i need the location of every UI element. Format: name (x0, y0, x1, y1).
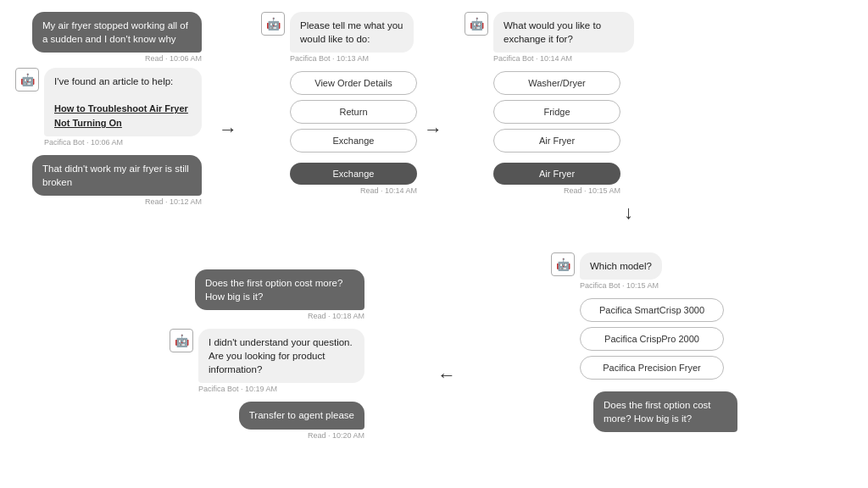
bot-bubble-3: What would you like to exchange it for? (493, 12, 634, 53)
article-link[interactable]: How to Troubleshoot Air Fryer Not Turnin… (54, 103, 188, 127)
bot-msg-1-wrap: I've found an article to help: How to Tr… (44, 68, 202, 147)
user-bubble-1: My air fryer stopped working all of a su… (32, 12, 202, 53)
option-smartcrisp[interactable]: Pacifica SmartCrisp 3000 (580, 298, 724, 322)
bot-sender-1: Pacifica Bot · 10:06 AM (44, 138, 202, 147)
user-msg-1-time: Read · 10:06 AM (145, 54, 202, 63)
arrow-left: ← (437, 364, 456, 386)
bot-row-2: 🤖 Please tell me what you would like to … (261, 12, 414, 63)
col3: 🤖 What would you like to exchange it for… (465, 12, 634, 195)
bot-bubble-2: Please tell me what you would like to do… (290, 12, 414, 53)
user-msg-2-time: Read · 10:12 AM (145, 197, 202, 206)
selected-col3-wrap: Air Fryer Read · 10:15 AM (493, 163, 634, 195)
options-col3: Washer/Dryer Fridge Air Fryer (493, 71, 634, 152)
option-crisppro[interactable]: Pacifica CrispPro 2000 (580, 327, 724, 351)
bot-msg-3-wrap: What would you like to exchange it for? … (493, 12, 634, 63)
bot-row-bottom: 🤖 I didn't understand your question. Are… (170, 329, 364, 393)
user-bottom-bubble-1: Does the first option cost more? How big… (195, 269, 364, 310)
bot-msg-4-wrap: Which model? Pacifica Bot · 10:15 AM (580, 252, 662, 290)
user-bottom-msg1-wrap: Does the first option cost more? How big… (170, 269, 364, 320)
col2: 🤖 Please tell me what you would like to … (261, 12, 414, 195)
options-col4: Pacifica SmartCrisp 3000 Pacifica CrispP… (580, 298, 737, 380)
user-bubble-4: Does the first option cost more? How big… (593, 391, 737, 432)
bot-msg-bottom-wrap: I didn't understand your question. Are y… (198, 329, 364, 393)
bot-avatar-bottom: 🤖 (170, 329, 193, 352)
bot-icon-4: 🤖 (556, 258, 570, 271)
option-washer-dryer[interactable]: Washer/Dryer (493, 71, 620, 95)
bot-sender-4: Pacifica Bot · 10:15 AM (580, 281, 662, 290)
bot-msg-2-wrap: Please tell me what you would like to do… (290, 12, 414, 63)
selected-col2-wrap: Exchange Read · 10:14 AM (290, 163, 414, 195)
bot-bubble-4: Which model? (580, 252, 662, 280)
option-exchange[interactable]: Exchange (290, 129, 417, 152)
bot-avatar-4: 🤖 (551, 252, 575, 276)
option-precision-fryer[interactable]: Pacifica Precision Fryer (580, 356, 724, 380)
bot-sender-bottom: Pacifica Bot · 10:19 AM (198, 385, 364, 393)
bot-sender-2: Pacifica Bot · 10:13 AM (290, 54, 414, 63)
bot-bubble-1: I've found an article to help: How to Tr… (44, 68, 202, 136)
bot-row-1: 🤖 I've found an article to help: How to … (15, 68, 202, 147)
transfer-time: Read · 10:20 AM (308, 431, 364, 440)
col4-top: 🤖 Which model? Pacifica Bot · 10:15 AM P… (551, 252, 737, 432)
option-return[interactable]: Return (290, 100, 417, 124)
user-msg-2-wrap: That didn't work my air fryer is still b… (15, 155, 202, 206)
bot-avatar-2: 🤖 (261, 12, 285, 36)
arrow-right-1: → (219, 119, 237, 141)
bot-row-3: 🤖 What would you like to exchange it for… (465, 12, 634, 63)
option-view-order[interactable]: View Order Details (290, 71, 417, 95)
col-bottom: Does the first option cost more? How big… (170, 269, 364, 440)
option-fridge[interactable]: Fridge (493, 100, 620, 124)
col1: My air fryer stopped working all of a su… (15, 12, 202, 206)
bot-icon-bottom: 🤖 (175, 334, 189, 347)
canvas: My air fryer stopped working all of a su… (0, 0, 868, 488)
selected-col2-time: Read · 10:14 AM (290, 186, 417, 195)
bot-row-4: 🤖 Which model? Pacifica Bot · 10:15 AM (551, 252, 737, 290)
bot-sender-3: Pacifica Bot · 10:14 AM (493, 54, 634, 63)
bot-bubble-bottom: I didn't understand your question. Are y… (198, 329, 364, 383)
arrow-down: ↓ (624, 202, 633, 224)
option-air-fryer[interactable]: Air Fryer (493, 129, 620, 152)
bot-icon-1: 🤖 (20, 73, 35, 86)
options-col2: View Order Details Return Exchange (290, 71, 414, 152)
bot-line1: I've found an article to help: (54, 76, 173, 86)
transfer-msg-wrap: Transfer to agent please Read · 10:20 AM (170, 402, 364, 439)
selected-col3-time: Read · 10:15 AM (493, 186, 620, 195)
bot-avatar-3: 🤖 (465, 12, 488, 36)
bot-avatar-1: 🤖 (15, 68, 39, 92)
selected-air-fryer[interactable]: Air Fryer (493, 163, 620, 185)
transfer-bubble: Transfer to agent please (239, 402, 364, 429)
user-bottom-msg1-time: Read · 10:18 AM (308, 312, 364, 320)
user-msg-1-wrap: My air fryer stopped working all of a su… (15, 12, 202, 63)
bot-icon-3: 🤖 (470, 17, 484, 30)
user-bubble-2: That didn't work my air fryer is still b… (32, 155, 202, 196)
arrow-right-2: → (424, 119, 442, 141)
user-msg-4-wrap: Does the first option cost more? How big… (580, 391, 737, 432)
selected-exchange[interactable]: Exchange (290, 163, 417, 185)
bot-icon-2: 🤖 (266, 17, 281, 30)
